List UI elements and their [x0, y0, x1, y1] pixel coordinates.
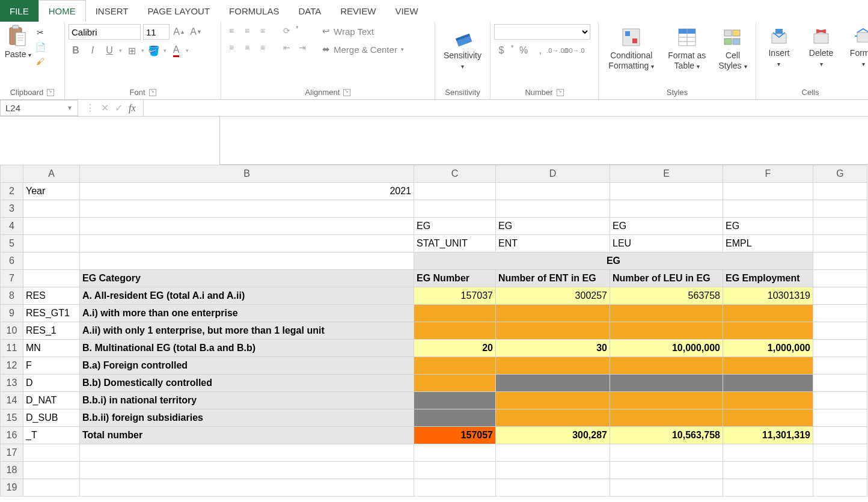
tab-data[interactable]: DATA [289, 0, 331, 22]
cell[interactable]: B.b) Domestically controlled [80, 375, 414, 392]
row-header[interactable]: 9 [1, 305, 23, 322]
cell[interactable] [414, 409, 496, 427]
cell[interactable]: EG [610, 218, 723, 235]
cell[interactable] [610, 444, 723, 462]
cell[interactable] [23, 479, 80, 497]
sensitivity-icon[interactable] [452, 26, 474, 48]
tab-review[interactable]: REVIEW [331, 0, 385, 22]
cell[interactable] [723, 462, 813, 479]
tab-insert[interactable]: INSERT [86, 0, 138, 22]
cell[interactable] [723, 444, 813, 462]
col-header-B[interactable]: B [80, 165, 414, 183]
col-header-C[interactable]: C [414, 165, 496, 183]
cell[interactable]: D_SUB [23, 409, 80, 427]
more-icon[interactable]: ⋮ [85, 102, 95, 114]
cell[interactable]: B.b.i) in national territory [80, 392, 414, 409]
cell[interactable] [496, 183, 610, 200]
cell[interactable] [813, 444, 867, 462]
cell[interactable] [23, 200, 80, 218]
cell[interactable] [813, 375, 867, 392]
row-header[interactable]: 3 [1, 200, 23, 218]
number-format-select[interactable] [494, 24, 590, 40]
cell[interactable]: A.i) with more than one enterprise [80, 305, 414, 322]
cancel-formula-icon[interactable]: ✕ [101, 102, 109, 114]
cell[interactable] [23, 444, 80, 462]
copy-icon[interactable]: 📄 [34, 41, 47, 53]
paste-button[interactable]: Paste ▾ [5, 49, 32, 60]
cell[interactable] [414, 200, 496, 218]
col-header-F[interactable]: F [723, 165, 813, 183]
cell[interactable] [414, 183, 496, 200]
cell[interactable]: 10,563,758 [610, 427, 723, 444]
cell[interactable]: Year [23, 183, 80, 200]
cell[interactable]: 157057 [414, 427, 496, 444]
cell[interactable] [813, 287, 867, 305]
tab-page-layout[interactable]: PAGE LAYOUT [138, 0, 219, 22]
cell[interactable]: STAT_UNIT [414, 235, 496, 253]
bold-button[interactable]: B [69, 43, 83, 58]
cell[interactable] [813, 322, 867, 340]
indent-decrease-icon[interactable]: ⇤ [280, 41, 293, 54]
cell[interactable]: RES_GT1 [23, 305, 80, 322]
cell[interactable] [80, 444, 414, 462]
cell[interactable] [813, 427, 867, 444]
cell[interactable]: Number of LEU in EG [610, 270, 723, 287]
cell[interactable]: RES_1 [23, 322, 80, 340]
cell[interactable] [80, 462, 414, 479]
cell[interactable] [610, 375, 723, 392]
tab-formulas[interactable]: FORMULAS [219, 0, 289, 22]
row-header[interactable]: 13 [1, 375, 23, 392]
cell[interactable]: LEU [610, 235, 723, 253]
cell[interactable] [496, 479, 610, 497]
cell[interactable]: _T [23, 427, 80, 444]
cell[interactable] [813, 235, 867, 253]
cell-merged[interactable]: EG [414, 253, 813, 270]
cell[interactable]: 11,301,319 [723, 427, 813, 444]
cell[interactable] [496, 322, 610, 340]
cut-icon[interactable]: ✂ [34, 26, 47, 38]
chevron-down-icon[interactable]: ▼ [67, 105, 73, 111]
row-header[interactable]: 11 [1, 340, 23, 357]
cell[interactable] [610, 462, 723, 479]
align-left-icon[interactable]: ≡ [225, 41, 238, 54]
cell[interactable] [813, 392, 867, 409]
cell[interactable] [610, 409, 723, 427]
cell[interactable] [414, 462, 496, 479]
cell[interactable] [496, 357, 610, 375]
cell[interactable] [414, 357, 496, 375]
cell[interactable] [23, 462, 80, 479]
cell[interactable]: MN [23, 340, 80, 357]
row-header[interactable]: 10 [1, 322, 23, 340]
cell[interactable] [496, 409, 610, 427]
currency-icon[interactable]: $ [494, 43, 509, 58]
align-top-icon[interactable]: ≡ [225, 24, 238, 37]
font-dialog-launcher[interactable] [149, 89, 156, 96]
cell[interactable]: 10301319 [723, 287, 813, 305]
cell[interactable] [723, 409, 813, 427]
select-all-corner[interactable] [1, 165, 23, 183]
cell[interactable]: 20 [414, 340, 496, 357]
row-header[interactable]: 5 [1, 235, 23, 253]
row-header[interactable]: 7 [1, 270, 23, 287]
cell[interactable] [723, 392, 813, 409]
sensitivity-button[interactable]: Sensitivity▾ [444, 51, 481, 71]
chevron-down-icon[interactable]: ▾ [296, 24, 299, 37]
cell[interactable]: ENT [496, 235, 610, 253]
grow-font-icon[interactable]: A▲ [172, 25, 186, 39]
cell[interactable]: EG Category [80, 270, 414, 287]
align-center-icon[interactable]: ≡ [240, 41, 254, 54]
underline-button[interactable]: U [102, 43, 117, 58]
cell[interactable] [813, 462, 867, 479]
format-as-table-button[interactable]: Format as Table ▾ [665, 24, 709, 73]
number-dialog-launcher[interactable] [557, 89, 564, 96]
col-header-A[interactable]: A [23, 165, 80, 183]
percent-icon[interactable]: % [516, 43, 531, 58]
cell-styles-button[interactable]: Cell Styles ▾ [714, 24, 752, 73]
cell[interactable] [610, 200, 723, 218]
cell[interactable]: 300,287 [496, 427, 610, 444]
cell[interactable] [723, 375, 813, 392]
cell[interactable] [496, 305, 610, 322]
cell[interactable]: Total number [80, 427, 414, 444]
cell[interactable]: 300257 [496, 287, 610, 305]
spreadsheet-grid[interactable]: A B C D E F G 2 Year 2021 3 4 EG EG EG E… [0, 165, 867, 497]
